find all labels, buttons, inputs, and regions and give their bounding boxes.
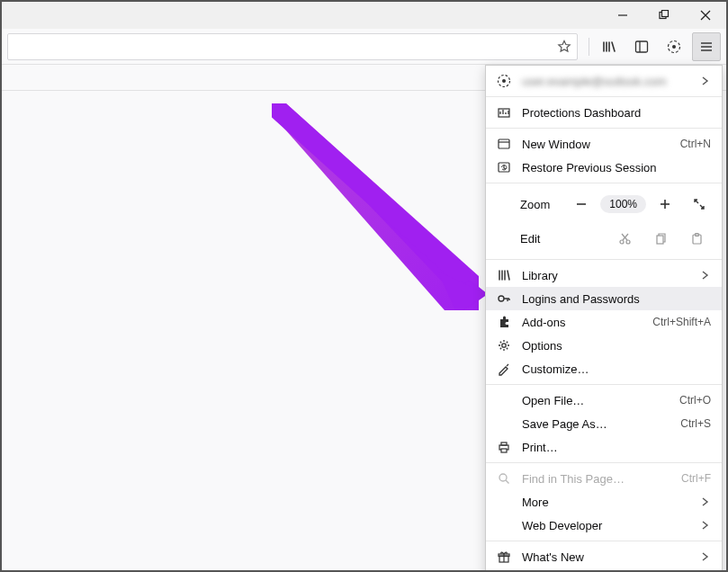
menu-logins-and-passwords[interactable]: Logins and Passwords: [486, 287, 722, 310]
restore-session-icon: [497, 160, 511, 174]
library-button[interactable]: [595, 32, 624, 61]
minimize-button[interactable]: [602, 2, 643, 29]
cut-icon: [618, 232, 632, 246]
svg-point-30: [502, 344, 506, 347]
svg-rect-5: [636, 41, 648, 52]
sidebar-button[interactable]: [627, 32, 656, 61]
cut-button[interactable]: [607, 226, 643, 251]
svg-line-35: [506, 480, 509, 484]
print-icon: [497, 440, 511, 454]
menu-account[interactable]: user.example@outlook.com: [486, 69, 722, 93]
menu-label: Protections Dashboard: [522, 106, 711, 120]
menu-shortcut: Ctrl+F: [681, 472, 711, 485]
menu-print[interactable]: Print…: [486, 435, 722, 459]
menu-label: Print…: [522, 441, 711, 454]
key-icon: [497, 291, 511, 306]
account-button[interactable]: [660, 32, 688, 61]
svg-point-16: [502, 79, 506, 83]
menu-find-in-page[interactable]: Find in This Page… Ctrl+F: [486, 467, 722, 490]
addons-icon: [497, 315, 511, 329]
minimize-icon: [617, 10, 628, 21]
library-icon: [602, 40, 616, 54]
window-titlebar: [2, 2, 726, 29]
chevron-right-icon: [700, 497, 711, 506]
maximize-button[interactable]: [643, 2, 685, 29]
maximize-icon: [659, 10, 670, 21]
menu-whats-new[interactable]: What's New: [486, 545, 722, 568]
svg-point-25: [626, 240, 630, 244]
zoom-label: Zoom: [493, 198, 562, 211]
menu-label: What's New: [522, 550, 689, 564]
toolbar-separator: [589, 38, 589, 56]
menu-shortcut: Ctrl+O: [679, 394, 711, 407]
chevron-right-icon: [700, 552, 711, 561]
menu-customize[interactable]: Customize…: [486, 357, 722, 380]
copy-icon: [654, 232, 668, 246]
zoom-in-button[interactable]: [650, 192, 680, 217]
menu-help[interactable]: Help: [486, 568, 722, 572]
menu-zoom-row: Zoom 100%: [486, 187, 722, 221]
svg-point-34: [499, 474, 507, 481]
plus-icon: [659, 198, 671, 210]
fullscreen-button[interactable]: [684, 192, 715, 217]
customize-icon: [497, 362, 511, 376]
url-bar[interactable]: [7, 33, 578, 60]
menu-open-file[interactable]: Open File… Ctrl+O: [486, 389, 722, 412]
svg-rect-26: [657, 236, 663, 244]
library-icon: [497, 268, 511, 282]
svg-rect-33: [501, 449, 507, 452]
menu-shortcut: Ctrl+S: [680, 417, 711, 430]
menu-label: Library: [522, 269, 689, 282]
menu-label: Add-ons: [522, 316, 642, 329]
close-icon: [700, 10, 711, 21]
fullscreen-icon: [693, 198, 706, 210]
menu-save-page[interactable]: Save Page As… Ctrl+S: [486, 412, 722, 435]
account-icon: [497, 74, 511, 88]
menu-label: Logins and Passwords: [522, 292, 711, 306]
browser-toolbar: [2, 29, 726, 65]
blank-icon: [497, 518, 511, 532]
edit-label: Edit: [493, 232, 607, 246]
menu-label: Find in This Page…: [522, 472, 670, 486]
menu-shortcut: Ctrl+N: [680, 138, 711, 150]
gift-icon: [497, 550, 511, 564]
svg-rect-32: [501, 442, 507, 445]
bookmark-star-icon[interactable]: [557, 40, 571, 54]
copy-button[interactable]: [643, 226, 679, 251]
chevron-right-icon: [700, 271, 711, 280]
menu-label: Web Developer: [522, 519, 689, 532]
hamburger-icon: [699, 40, 714, 54]
blank-icon: [497, 416, 511, 431]
search-icon: [497, 471, 511, 486]
menu-web-developer[interactable]: Web Developer: [486, 514, 722, 537]
zoom-value[interactable]: 100%: [600, 195, 646, 213]
menu-new-window[interactable]: New Window Ctrl+N: [486, 132, 722, 156]
window-controls: [602, 2, 726, 29]
menu-label: Save Page As…: [522, 417, 670, 431]
menu-label: More: [522, 496, 689, 509]
svg-rect-18: [499, 139, 509, 148]
app-menu-panel: user.example@outlook.com Protections Das…: [485, 65, 723, 572]
menu-label: Open File…: [522, 394, 669, 407]
menu-label: Restore Previous Session: [522, 161, 711, 174]
menu-shortcut: Ctrl+Shift+A: [652, 316, 711, 328]
blank-icon: [497, 393, 511, 407]
menu-addons[interactable]: Add-ons Ctrl+Shift+A: [486, 310, 722, 334]
sidebar-icon: [634, 40, 649, 54]
close-button[interactable]: [685, 2, 726, 29]
menu-options[interactable]: Options: [486, 334, 722, 357]
browser-account-icon: [667, 40, 681, 54]
svg-point-29: [499, 296, 504, 301]
menu-restore-session[interactable]: Restore Previous Session: [486, 156, 722, 179]
new-window-icon: [497, 137, 511, 151]
menu-more[interactable]: More: [486, 490, 722, 514]
app-menu-button[interactable]: [692, 32, 721, 61]
menu-library[interactable]: Library: [486, 264, 722, 287]
svg-point-8: [672, 45, 676, 49]
menu-label: New Window: [522, 138, 670, 151]
paste-button[interactable]: [679, 226, 715, 251]
minus-icon: [575, 198, 588, 210]
zoom-out-button[interactable]: [566, 192, 597, 217]
menu-edit-row: Edit: [486, 221, 722, 255]
menu-protections-dashboard[interactable]: Protections Dashboard: [486, 101, 722, 124]
